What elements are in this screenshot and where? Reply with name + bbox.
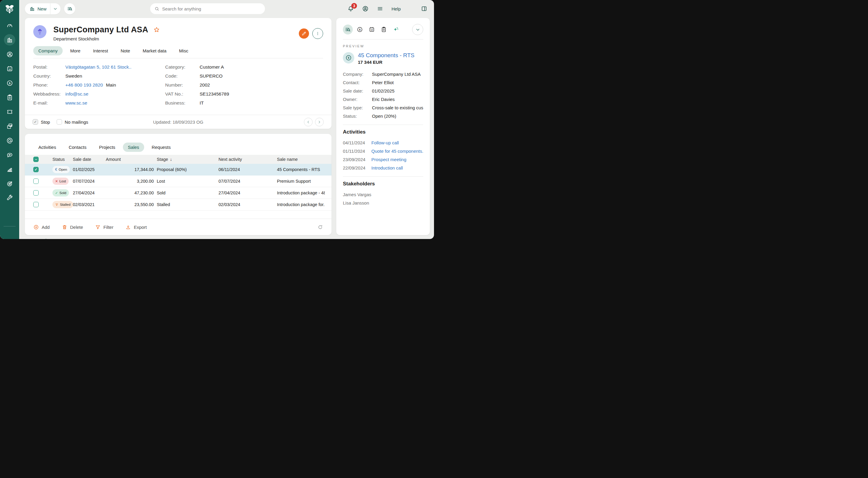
search-input[interactable] — [162, 6, 261, 11]
record-pager — [304, 118, 324, 126]
column-header-sale-name[interactable]: Sale name — [277, 157, 325, 162]
delete-button[interactable]: Delete — [62, 224, 83, 230]
stop-checkbox[interactable]: ✓ — [33, 119, 38, 125]
sidebar-item-mailings[interactable] — [4, 135, 15, 146]
sale-row[interactable]: ✓Sold 27/04/2024 47,230.00 Sold 27/04/20… — [25, 187, 332, 199]
sidebar-expand-button[interactable] — [7, 230, 12, 236]
phone-link[interactable]: +46 800 193 2820 — [65, 82, 103, 88]
no-mailings-checkbox[interactable] — [57, 119, 62, 125]
activity-link[interactable]: Prospect meeting — [371, 157, 423, 162]
target-icon — [6, 180, 13, 187]
email-link[interactable]: www.sc.se — [65, 100, 165, 106]
tab-misc[interactable]: Misc — [174, 46, 193, 56]
activity-link[interactable]: Introduction call — [371, 165, 423, 170]
side-panel: PREVIEW 45 Components - RTS 17 344 EUR C… — [336, 18, 430, 235]
activity-link[interactable]: Follow-up call — [371, 140, 423, 145]
tab-market-data[interactable]: Market data — [137, 46, 172, 56]
code-value: SUPERCO — [199, 73, 229, 79]
tab-more[interactable]: More — [65, 46, 86, 56]
activity-link[interactable]: Quote for 45 components... — [371, 148, 423, 153]
app-logo-owl-icon[interactable] — [4, 4, 15, 14]
sidebar-item-marketing[interactable] — [4, 178, 15, 189]
panel-tab-ai[interactable] — [391, 25, 401, 34]
select-all-checkbox[interactable]: – — [33, 157, 39, 162]
preview-contact-link[interactable]: Peter Elliot — [372, 80, 423, 85]
tab-interest[interactable]: Interest — [88, 46, 113, 56]
activity-date: 01/11/2024 — [343, 148, 371, 153]
main-menu-button[interactable] — [377, 5, 383, 12]
new-button-label: New — [37, 6, 46, 11]
stage-cell: Stalled — [157, 202, 218, 207]
tab-company[interactable]: Company — [33, 46, 63, 56]
tab-projects[interactable]: Projects — [94, 143, 120, 152]
vat-value: SE123456789 — [199, 91, 229, 97]
tab-requests[interactable]: Requests — [147, 143, 176, 152]
new-button[interactable]: New — [25, 3, 61, 14]
tab-contacts[interactable]: Contacts — [64, 143, 91, 152]
sidebar-item-companies[interactable] — [4, 34, 15, 45]
status-badge-open: €Open — [53, 166, 70, 173]
sale-row[interactable]: ✕Lost 07/07/2024 3,200.00 Lost 07/07/202… — [25, 175, 332, 187]
sidebar-item-dashboard[interactable] — [4, 20, 15, 31]
activities-list: 04/11/2024 Follow-up call 01/11/2024 Quo… — [343, 139, 423, 172]
sale-row[interactable]: ✓ €Open 01/02/2025 17,344.00 Proposal (6… — [25, 164, 332, 175]
next-record-button[interactable] — [315, 118, 324, 126]
sale-row[interactable]: Stalled 02/03/2021 23,550.00 Stalled 02/… — [25, 199, 332, 210]
amount-cell: 17,344.00 — [106, 167, 157, 172]
sidebar-item-reports[interactable] — [4, 164, 15, 175]
tab-note[interactable]: Note — [115, 46, 135, 56]
sale-date-cell: 07/07/2024 — [73, 179, 106, 183]
sidebar-item-documents[interactable] — [4, 121, 15, 132]
panel-tab-calendar[interactable] — [367, 25, 377, 34]
sidebar-item-settings[interactable] — [4, 192, 15, 204]
side-panel-tabs — [343, 24, 423, 35]
column-header-status[interactable]: Status — [53, 157, 73, 162]
favorite-star-icon[interactable] — [153, 27, 160, 33]
panel-tab-preview[interactable] — [343, 25, 353, 34]
help-link[interactable]: Help — [392, 6, 401, 11]
panel-tab-notes[interactable] — [379, 25, 389, 34]
sidebar-item-chat[interactable] — [4, 149, 15, 161]
sidebar-item-calendar[interactable] — [4, 63, 15, 74]
notifications-button[interactable]: 3 — [347, 5, 354, 12]
preview-sale-title-link[interactable]: 45 Components - RTS — [358, 52, 414, 59]
filter-button[interactable]: Filter — [95, 224, 113, 230]
preview-sale-type: Cross-sale to existing cust... — [372, 105, 423, 110]
chevron-down-icon[interactable] — [53, 7, 58, 11]
column-header-amount[interactable]: Amount — [106, 157, 157, 162]
chevron-left-icon — [306, 120, 310, 124]
find-button[interactable] — [64, 3, 75, 14]
tab-sales[interactable]: Sales — [123, 143, 145, 152]
kebab-menu-icon — [315, 31, 320, 36]
webaddress-link[interactable]: info@sc.se — [65, 91, 165, 97]
row-checkbox[interactable] — [33, 178, 39, 184]
sidebar-item-projects[interactable] — [4, 92, 15, 103]
more-menu-button[interactable] — [312, 28, 323, 39]
column-header-next-activity[interactable]: Next activity — [218, 157, 277, 162]
export-button[interactable]: Export — [125, 224, 147, 230]
preview-company-link[interactable]: SuperCompany Ltd ASA — [372, 72, 423, 77]
ticket-icon — [6, 108, 13, 115]
column-header-stage[interactable]: Stage↓ — [157, 157, 218, 162]
refresh-button[interactable] — [317, 224, 323, 230]
add-button[interactable]: Add — [33, 224, 50, 230]
field-label: Owner: — [343, 97, 372, 102]
side-panel-toggle-button[interactable] — [421, 5, 427, 12]
tab-activities[interactable]: Activities — [33, 143, 61, 152]
sidebar-item-contacts[interactable] — [4, 48, 15, 60]
edit-button[interactable] — [299, 29, 309, 39]
row-checkbox[interactable] — [33, 190, 39, 196]
next-activity-cell: 06/11/2024 — [218, 167, 277, 172]
panel-tab-sales[interactable] — [355, 25, 365, 34]
previous-record-button[interactable] — [304, 118, 313, 126]
fields-left: Postal: Västgötagatan 5, 102 61 Stock.. … — [33, 63, 165, 107]
postal-address-link[interactable]: Västgötagatan 5, 102 61 Stock.. — [65, 64, 165, 70]
global-search[interactable] — [150, 3, 265, 14]
sidebar-item-sales[interactable] — [4, 77, 15, 89]
row-checkbox[interactable]: ✓ — [33, 167, 39, 172]
sidebar-item-requests[interactable] — [4, 106, 15, 117]
panel-collapse-button[interactable] — [412, 24, 423, 35]
row-checkbox[interactable] — [33, 202, 39, 207]
column-header-sale-date[interactable]: Sale date — [73, 157, 106, 162]
profile-button[interactable] — [362, 5, 369, 12]
